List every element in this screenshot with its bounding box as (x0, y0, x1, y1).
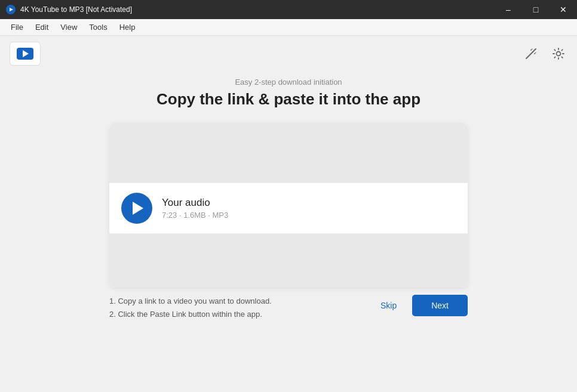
footer-buttons: Skip Next (371, 295, 468, 316)
title-bar: 4K YouTube to MP3 [Not Activated] – □ ✕ (0, 0, 577, 19)
minimize-button[interactable]: – (495, 0, 522, 19)
play-button[interactable] (121, 193, 152, 224)
onboarding-subtitle: Easy 2-step download initiation (235, 78, 342, 87)
onboarding-title: Copy the link & paste it into the app (156, 90, 421, 109)
demo-card-top-area (109, 123, 468, 183)
menu-help[interactable]: Help (113, 20, 142, 34)
menu-tools[interactable]: Tools (83, 20, 113, 34)
onboarding-content: Easy 2-step download initiation Copy the… (0, 72, 577, 392)
youtube-logo-icon (17, 48, 33, 60)
maximize-button[interactable]: □ (522, 0, 550, 19)
demo-card-audio-row: Your audio 7:23 · 1.6MB · MP3 (109, 183, 468, 234)
footer-instructions: 1. Copy a link to a video you want to do… (109, 295, 272, 321)
title-bar-left: 4K YouTube to MP3 [Not Activated] (6, 5, 132, 14)
magic-wand-button[interactable] (522, 45, 540, 63)
settings-button[interactable] (550, 45, 567, 63)
instruction-1: 1. Copy a link to a video you want to do… (109, 295, 272, 308)
toolbar-right (522, 45, 567, 63)
demo-card-bottom-area (109, 234, 468, 288)
svg-line-6 (534, 50, 535, 50)
next-button[interactable]: Next (412, 295, 468, 316)
menu-bar: File Edit View Tools Help (0, 19, 577, 36)
title-bar-controls: – □ ✕ (495, 0, 577, 19)
footer-row: 1. Copy a link to a video you want to do… (109, 295, 468, 321)
toolbar (0, 36, 577, 72)
audio-info: Your audio 7:23 · 1.6MB · MP3 (162, 197, 228, 220)
svg-point-8 (534, 53, 535, 54)
instruction-2: 2. Click the Paste Link button within th… (109, 308, 272, 321)
menu-file[interactable]: File (5, 20, 29, 34)
main-area: Easy 2-step download initiation Copy the… (0, 36, 577, 392)
skip-button[interactable]: Skip (371, 296, 406, 315)
magic-wand-icon (524, 47, 538, 60)
menu-view[interactable]: View (54, 20, 83, 34)
svg-point-9 (557, 52, 561, 56)
close-button[interactable]: ✕ (550, 0, 577, 19)
svg-point-7 (530, 50, 532, 51)
app-icon (6, 5, 16, 14)
menu-edit[interactable]: Edit (29, 20, 54, 34)
title-bar-title: 4K YouTube to MP3 [Not Activated] (20, 5, 132, 14)
svg-line-2 (526, 52, 533, 58)
gear-icon (552, 47, 565, 60)
app-logo-button[interactable] (10, 42, 41, 66)
audio-title: Your audio (162, 197, 228, 209)
audio-meta: 7:23 · 1.6MB · MP3 (162, 211, 228, 220)
demo-card: Your audio 7:23 · 1.6MB · MP3 (109, 123, 468, 288)
toolbar-left (10, 42, 41, 66)
